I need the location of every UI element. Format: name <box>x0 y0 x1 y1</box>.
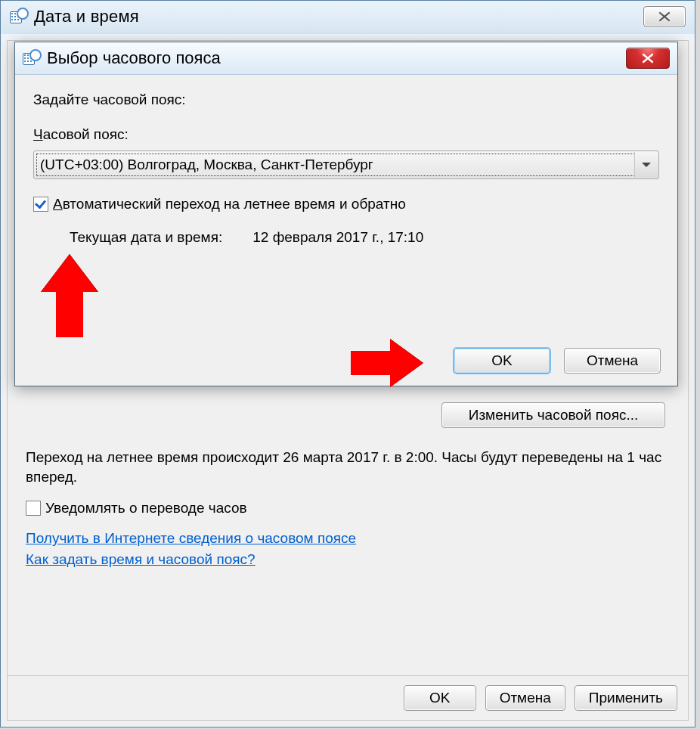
current-datetime-label: Текущая дата и время: <box>70 229 222 246</box>
notify-checkbox[interactable] <box>26 501 41 516</box>
modal-footer: OK Отмена <box>15 336 677 386</box>
datetime-icon <box>10 8 26 25</box>
cancel-button-modal[interactable]: Отмена <box>564 348 661 374</box>
dialog-select-timezone: Выбор часового пояса Задайте часовой поя… <box>14 42 678 386</box>
window-title: Дата и время <box>34 1 139 33</box>
notify-checkbox-label: Уведомлять о переводе часов <box>45 500 247 517</box>
lower-content: Изменить часовой пояс... Переход на летн… <box>26 402 670 572</box>
close-icon <box>641 53 655 64</box>
dst-info-text: Переход на летнее время происходит 26 ма… <box>26 448 670 486</box>
timezone-combobox[interactable]: (UTC+03:00) Волгоград, Москва, Санкт-Пет… <box>33 150 659 179</box>
close-button-modal[interactable] <box>626 48 670 69</box>
notify-checkbox-row: Уведомлять о переводе часов <box>26 500 670 517</box>
auto-dst-checkbox[interactable] <box>33 197 48 212</box>
cancel-button-outer[interactable]: Отмена <box>485 685 565 711</box>
auto-dst-label: Автоматический переход на летнее время и… <box>53 196 406 212</box>
link-how-to-set-time[interactable]: Как задать время и часовой пояс? <box>26 551 256 568</box>
apply-button-outer[interactable]: Применить <box>575 685 677 711</box>
modal-body: Задайте часовой пояс: Часовой пояс: (UTC… <box>15 75 677 246</box>
ok-button-outer[interactable]: OK <box>404 685 476 711</box>
outer-footer: OK Отмена Применить <box>8 675 688 720</box>
current-datetime-row: Текущая дата и время: 12 февраля 2017 г.… <box>33 229 659 246</box>
datetime-icon <box>23 50 39 67</box>
annotation-arrow-up <box>41 254 98 337</box>
modal-prompt: Задайте часовой пояс: <box>33 92 659 108</box>
chevron-down-icon <box>634 152 658 178</box>
ok-button-modal[interactable]: OK <box>454 348 550 374</box>
close-button-outer[interactable] <box>643 6 686 27</box>
link-timezone-online[interactable]: Получить в Интернете сведения о часовом … <box>26 530 356 547</box>
timezone-selected-value: (UTC+03:00) Волгоград, Москва, Санкт-Пет… <box>40 157 373 173</box>
close-icon <box>658 11 671 22</box>
combo-label: Часовой пояс: <box>33 126 659 143</box>
titlebar-outer: Дата и время <box>1 1 695 33</box>
annotation-arrow-right <box>351 339 423 387</box>
change-timezone-button[interactable]: Изменить часовой пояс... <box>441 402 665 428</box>
current-datetime-value: 12 февраля 2017 г., 17:10 <box>252 229 423 246</box>
auto-dst-row: Автоматический переход на летнее время и… <box>33 196 659 212</box>
titlebar-modal: Выбор часового пояса <box>15 42 677 75</box>
window-date-and-time: Дата и время Изменить часовой пояс... Пе… <box>0 0 695 727</box>
modal-title: Выбор часового пояса <box>47 48 221 68</box>
